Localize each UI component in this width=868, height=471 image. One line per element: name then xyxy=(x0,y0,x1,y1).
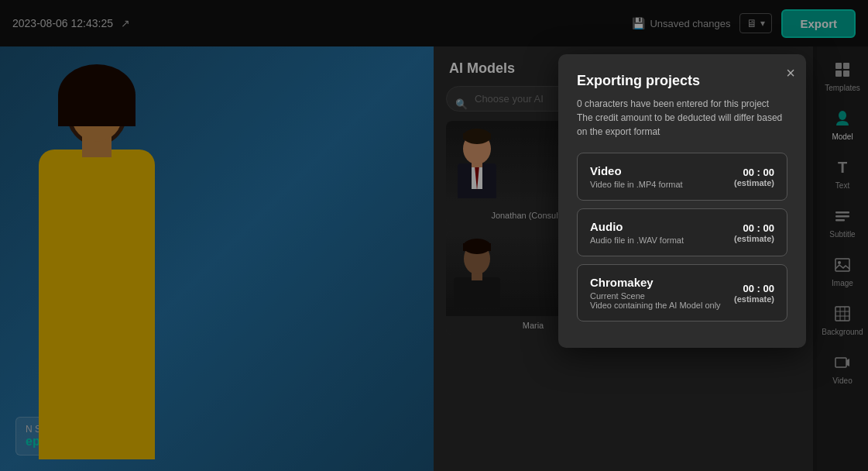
export-option-audio-desc: Audio file in .WAV format xyxy=(590,236,684,245)
modal-subtitle-line1: 0 characters have been entered for this … xyxy=(577,98,769,109)
export-option-audio[interactable]: Audio Audio file in .WAV format 00 : 00 … xyxy=(577,208,787,256)
modal-overlay: × Exporting projects 0 characters have b… xyxy=(0,0,868,471)
export-option-video[interactable]: Video Video file in .MP4 format 00 : 00 … xyxy=(577,153,787,201)
export-option-video-time: 00 : 00 (estimate) xyxy=(734,167,774,187)
export-option-chromakey-time: 00 : 00 (estimate) xyxy=(734,283,774,304)
export-option-video-info: Video Video file in .MP4 format xyxy=(590,164,683,189)
export-option-chromakey-desc2: Video containing the AI Model only xyxy=(590,301,721,310)
export-option-chromakey-desc1: Current Scene xyxy=(590,291,721,301)
export-option-video-title: Video xyxy=(590,164,683,177)
modal-title: Exporting projects xyxy=(577,73,787,89)
export-option-chromakey[interactable]: Chromakey Current Scene Video containing… xyxy=(577,264,787,321)
export-option-audio-info: Audio Audio file in .WAV format xyxy=(590,220,684,245)
modal-subtitle-line2: The credit amount to be deducted will di… xyxy=(577,112,782,137)
export-option-video-desc: Video file in .MP4 format xyxy=(590,180,683,189)
export-option-audio-time: 00 : 00 (estimate) xyxy=(734,222,774,243)
export-option-chromakey-info: Chromakey Current Scene Video containing… xyxy=(590,276,721,310)
export-option-audio-title: Audio xyxy=(590,220,684,233)
export-option-chromakey-title: Chromakey xyxy=(590,276,721,289)
modal-subtitle: 0 characters have been entered for this … xyxy=(577,97,787,139)
modal-close-button[interactable]: × xyxy=(786,65,795,81)
export-modal: × Exporting projects 0 characters have b… xyxy=(558,54,806,348)
